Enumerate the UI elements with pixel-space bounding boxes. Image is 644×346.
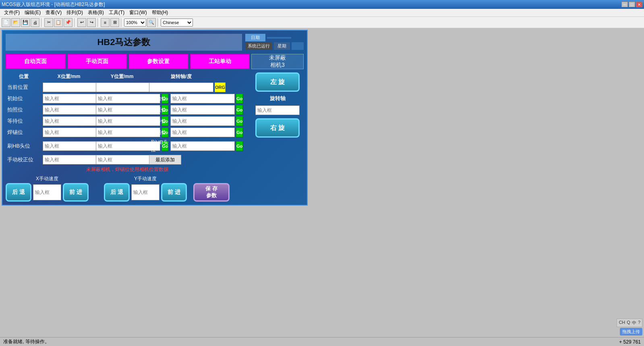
y-speed-input[interactable] bbox=[131, 184, 159, 200]
rot-photo-go-btn[interactable]: Go bbox=[236, 105, 243, 115]
upload-btn[interactable]: 拖拽上传 bbox=[620, 328, 642, 336]
rot-wait-input[interactable] bbox=[170, 116, 235, 126]
toolbar-save[interactable]: 💾 bbox=[21, 18, 30, 27]
taskbar-icon-ch: CH bbox=[619, 320, 625, 326]
nav-manual[interactable]: 手动页面 bbox=[67, 54, 127, 69]
rot-photo-input[interactable] bbox=[170, 105, 235, 115]
rot-photo-label: 拍照位 bbox=[149, 106, 169, 113]
toolbar-sep5 bbox=[157, 18, 159, 27]
date-area: 日期 系统已运行 星期 bbox=[245, 34, 304, 50]
zoom-select[interactable]: 100% 50% 75% 125% 150% bbox=[124, 19, 146, 27]
taskbar-icon-help: ? bbox=[638, 320, 640, 326]
rot-current-org-btn[interactable]: ORG bbox=[215, 82, 226, 92]
y-solder-group: Go bbox=[96, 128, 148, 137]
menu-bar: 文件(F) 编辑(E) 查看(V) 排列(D) 表格(B) 工具(T) 窗口(W… bbox=[0, 9, 644, 17]
content-area: 位置 X位置/mm Y位置/mm 旋转轴/度 当前位置 ORG ORG bbox=[6, 72, 304, 202]
toolbar-undo[interactable]: ↩ bbox=[77, 18, 86, 27]
left-rotate-btn[interactable]: 左 旋 bbox=[255, 72, 300, 92]
toolbar-print[interactable]: 🖨 bbox=[31, 18, 39, 27]
bottom-section: X手动速度 后 退 前 进 Y手动速度 后 退 bbox=[6, 175, 249, 202]
menu-table[interactable]: 表格(B) bbox=[85, 8, 106, 17]
menu-arrange[interactable]: 排列(D) bbox=[64, 8, 85, 17]
rot-wait-label: 等待位 bbox=[149, 117, 169, 125]
x-forward-btn[interactable]: 前 进 bbox=[63, 183, 89, 202]
row-solder: 焊锡位 Go Go 焊锡位 Go bbox=[6, 128, 249, 137]
maximize-app-btn[interactable]: □ bbox=[629, 2, 635, 7]
taskbar-icon-q: Q bbox=[627, 320, 630, 326]
row-brush: 刷HB头位 Go Go 刷HB头位 Go bbox=[6, 139, 249, 153]
toolbar-sep3 bbox=[97, 18, 99, 27]
menu-file[interactable]: 文件(F) bbox=[2, 8, 22, 17]
x-back-btn[interactable]: 后 退 bbox=[6, 183, 31, 202]
rot-brush-go-btn[interactable]: Go bbox=[236, 141, 243, 151]
close-app-btn[interactable]: ✕ bbox=[636, 2, 642, 7]
rot-solder-input[interactable] bbox=[170, 128, 235, 137]
x-initial-group: Go bbox=[43, 94, 95, 103]
header-x: X位置/mm bbox=[43, 72, 95, 81]
x-photo-group: Go bbox=[43, 105, 95, 115]
y-brush-group: Go bbox=[96, 141, 148, 151]
x-speed-input[interactable] bbox=[33, 184, 61, 200]
left-section: 位置 X位置/mm Y位置/mm 旋转轴/度 当前位置 ORG ORG bbox=[6, 72, 249, 202]
add-last-btn[interactable]: 最后添加 bbox=[149, 155, 181, 165]
toolbar-align[interactable]: ≡ bbox=[101, 18, 110, 27]
weekday-value bbox=[292, 42, 304, 50]
nav-station[interactable]: 工站单动 bbox=[190, 54, 250, 69]
status-text: 准备就绪, 等待操作。 bbox=[3, 338, 50, 345]
toolbar-redo[interactable]: ↪ bbox=[87, 18, 96, 27]
nav-auto[interactable]: 自动页面 bbox=[6, 54, 66, 69]
save-params-btn[interactable]: 保 存 参数 bbox=[193, 183, 230, 202]
language-select[interactable]: Chinese English bbox=[161, 19, 193, 27]
warning-text: 未屏蔽相机，焊锡位使用相机位置数据 bbox=[6, 166, 249, 173]
rot-initial-go-btn[interactable]: Go bbox=[236, 94, 243, 103]
toolbar-copy[interactable]: 📋 bbox=[54, 18, 63, 27]
date-value bbox=[267, 37, 291, 39]
toolbar-open[interactable]: 📂 bbox=[11, 18, 20, 27]
menu-window[interactable]: 窗口(W) bbox=[127, 8, 149, 17]
taskbar-icon-zh: 中 bbox=[632, 320, 636, 326]
system-status-label: 系统已运行 bbox=[245, 42, 272, 50]
rot-wait-go-btn[interactable]: Go bbox=[236, 116, 243, 126]
menu-edit[interactable]: 编辑(E) bbox=[22, 8, 43, 17]
rot-current-input[interactable] bbox=[149, 82, 213, 92]
y-speed-label: Y手动速度 bbox=[134, 175, 157, 182]
app-title: MCGS嵌入版组态环境 - [动画组态HB2马达参数] bbox=[2, 1, 105, 8]
minimize-app-btn[interactable]: ─ bbox=[621, 2, 628, 7]
status-bar: 准备就绪, 等待操作。 + 529 761 bbox=[0, 337, 644, 346]
title-bar-buttons: ─ □ ✕ bbox=[621, 2, 642, 7]
y-forward-btn[interactable]: 前 进 bbox=[161, 183, 187, 202]
row-wait: 等待位 Go Go 等待位 Go bbox=[6, 116, 249, 126]
right-section: 左 旋 旋转轴 右 旋 bbox=[251, 72, 304, 202]
y-wait-group: Go bbox=[96, 116, 148, 126]
menu-tools[interactable]: 工具(T) bbox=[106, 8, 127, 17]
camera-label: 未屏蔽 相机3 bbox=[251, 54, 304, 69]
row-photo: 拍照位 Go Go 拍照位 Go bbox=[6, 105, 249, 115]
title-bar: MCGS嵌入版组态环境 - [动画组态HB2马达参数] ─ □ ✕ bbox=[0, 0, 644, 9]
nav-params[interactable]: 参数设置 bbox=[128, 54, 188, 69]
toolbar-sep1 bbox=[41, 18, 43, 27]
x-manual-group: Go bbox=[43, 155, 95, 165]
toolbar-cut[interactable]: ✂ bbox=[44, 18, 53, 27]
right-rotate-btn[interactable]: 右 旋 bbox=[255, 118, 300, 138]
rot-initial-input[interactable] bbox=[170, 94, 235, 103]
x-speed-label: X手动速度 bbox=[36, 175, 58, 182]
rot-solder-go-btn[interactable]: Go bbox=[236, 128, 243, 137]
x-solder-group: Go bbox=[43, 128, 95, 137]
rotation-axis-input[interactable] bbox=[255, 105, 300, 115]
label-current: 当前位置 bbox=[6, 84, 42, 91]
toolbar-grid[interactable]: ⊞ bbox=[110, 18, 119, 27]
taskbar-right: CH Q 中 ? 拖拽上传 bbox=[615, 318, 644, 336]
rot-brush-input[interactable] bbox=[170, 141, 235, 151]
toolbar-zoom-btn[interactable]: 🔍 bbox=[147, 18, 156, 27]
toolbar-paste[interactable]: 📌 bbox=[64, 18, 72, 27]
y-back-btn[interactable]: 后 退 bbox=[104, 183, 130, 202]
label-solder: 焊锡位 bbox=[6, 129, 42, 136]
toolbar-lang-group: Chinese English bbox=[161, 19, 193, 27]
row-manual-correct: 手动校正位 Go Go 最后添加 bbox=[6, 155, 249, 165]
toolbar-new[interactable]: 📄 bbox=[2, 18, 10, 27]
x-brush-group: Go bbox=[43, 141, 95, 151]
menu-view[interactable]: 查看(V) bbox=[43, 8, 64, 17]
main-area: HB2马达参数 日期 系统已运行 星期 自动页面 手动页面 参数设置 工 bbox=[0, 28, 644, 207]
header-position: 位置 bbox=[6, 72, 42, 81]
menu-help[interactable]: 帮助(H) bbox=[149, 8, 171, 17]
